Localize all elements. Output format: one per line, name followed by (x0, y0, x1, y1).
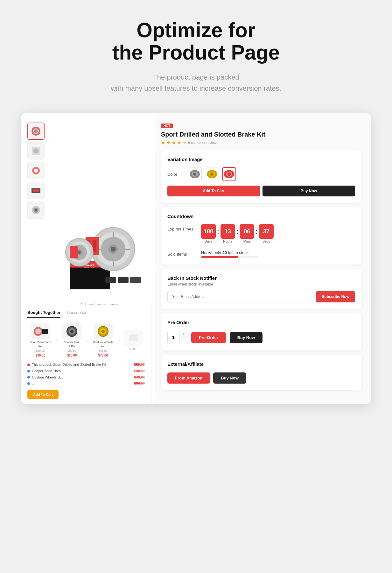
svg-rect-16 (70, 267, 110, 289)
svg-rect-56 (129, 335, 138, 341)
color-label: Color (167, 172, 183, 177)
qty-buttons: + - (179, 331, 187, 344)
affiliate-row: From Amazon Buy Now (167, 372, 355, 384)
thumbnail-4[interactable] (27, 182, 45, 199)
bundle-item-1: This product: Sport Drilled and Slotted … (27, 362, 145, 368)
star-5: ★ (183, 140, 187, 145)
thumbnail-3[interactable] (27, 162, 45, 179)
qty-control: 1 + - (167, 331, 187, 344)
qty-increment[interactable]: + (179, 331, 187, 337)
mini-product-name-4: Lug... (130, 347, 137, 351)
sold-label: Sold Items (167, 252, 196, 257)
page-wrapper: Optimize for the Product Page The produc… (0, 0, 392, 429)
qty-value: 1 (168, 332, 179, 343)
secs-unit: 37 Secs (259, 224, 274, 243)
secs-value: 37 (259, 224, 274, 239)
progress-bar (201, 256, 258, 258)
progress-fill (201, 256, 238, 258)
swatch-red[interactable] (222, 167, 236, 181)
back-in-stock-title: Back In Stock Notifier (167, 275, 355, 281)
svg-rect-35 (105, 277, 116, 283)
bundle-dot-2 (27, 370, 30, 372)
countdown-row: Expires Times 100 Days : 13 Hours : (167, 224, 355, 243)
colon-3: : (256, 228, 258, 240)
pre-order-row: 1 + - Pre-Order Buy Now (167, 331, 355, 344)
plus-1: + (55, 337, 58, 343)
thumbnail-2[interactable] (27, 142, 45, 159)
svg-rect-8 (33, 189, 39, 192)
svg-point-43 (210, 173, 214, 176)
preorder-button[interactable]: Pre-Order (191, 332, 226, 343)
swatch-gold[interactable] (205, 167, 219, 181)
countdown-card: Countdown Expires Times 100 Days : 13 Ho… (161, 207, 361, 265)
swatch-gray[interactable] (188, 167, 202, 181)
subtitle: The product page is packed with many ups… (6, 72, 386, 94)
subscribe-button[interactable]: Subscribe Now (316, 291, 355, 302)
qty-decrement[interactable]: - (179, 337, 187, 344)
tab-description[interactable]: Description (67, 310, 88, 318)
plus-3: + (118, 337, 121, 343)
color-swatches (188, 167, 236, 181)
svg-point-55 (102, 330, 105, 333)
thumbnail-5[interactable] (27, 202, 45, 219)
email-input[interactable] (167, 291, 313, 302)
variation-row: Color (167, 167, 355, 181)
bundle-dot-3 (27, 376, 30, 378)
svg-point-11 (35, 209, 37, 211)
days-label: Days (204, 239, 212, 243)
svg-point-40 (193, 173, 196, 176)
countdown-units: 100 Days : 13 Hours : 06 Mins (201, 224, 274, 243)
star-rating: ★ ★ ★ ★ ★ 9 customer reviews (161, 140, 361, 145)
mini-product-1: Sport Drilled and S... $59.95 $30.00 (27, 323, 53, 357)
variation-card: Variation Image Color (161, 150, 361, 203)
star-4: ★ (177, 140, 181, 145)
product-image: POWER EVOLUTION (52, 211, 147, 300)
svg-point-2 (34, 130, 38, 133)
hours-value: 13 (220, 224, 235, 239)
colon-2: : (236, 228, 239, 240)
add-to-cart-button[interactable]: Add To Cart (167, 186, 260, 196)
svg-point-4 (33, 148, 38, 153)
mini-product-img-2 (62, 323, 81, 339)
star-3: ★ (172, 140, 176, 145)
mini-new-price-1: $30.00 (36, 354, 46, 357)
header-section: Optimize for the Product Page The produc… (6, 19, 386, 94)
mini-new-price-3: $75.00 (98, 354, 108, 357)
mins-unit: 06 Mins (240, 224, 254, 243)
amazon-button[interactable]: From Amazon (167, 372, 210, 384)
sold-text: Hurry! only 40 left in stock (201, 250, 355, 255)
product-title: Sport Drilled and Slotted Brake Kit (161, 131, 361, 138)
mini-product-3: Custom Wheels G... $95.00 $75.00 (90, 323, 116, 357)
svg-point-25 (111, 247, 116, 251)
add-bundle-button[interactable]: Add To Cart (27, 390, 59, 399)
mins-label: Mins (243, 239, 251, 243)
sold-info: Hurry! only 40 left in stock (201, 250, 355, 258)
expires-label: Expires Times (167, 224, 196, 231)
bundle-dot-4 (27, 382, 30, 385)
sold-items-row: Sold Items Hurry! only 40 left in stock (167, 250, 355, 258)
tab-bought-together[interactable]: Bought Together (27, 310, 60, 318)
pre-order-title: Pre Order (167, 320, 355, 325)
svg-point-6 (34, 169, 38, 173)
external-title: External/Affilate (167, 361, 355, 367)
days-value: 100 (201, 224, 216, 239)
review-count: 9 customer reviews (188, 141, 218, 145)
buy-now-button[interactable]: Buy Now (262, 186, 355, 196)
product-badge: HOT (161, 124, 173, 128)
star-2: ★ (166, 140, 171, 145)
svg-point-46 (228, 173, 231, 176)
mini-old-price-2: $80.00 (67, 349, 76, 352)
bundle-summary: This product: Sport Drilled and Slotted … (27, 362, 145, 387)
plus-2: + (86, 337, 88, 343)
preorder-buynow-button[interactable]: Buy Now (230, 332, 263, 343)
thumbnail-1[interactable] (27, 123, 45, 140)
variation-title: Variation Image (167, 157, 355, 162)
external-buynow-button[interactable]: Buy Now (213, 372, 246, 384)
svg-rect-37 (130, 277, 141, 283)
colon-1: : (217, 228, 219, 240)
mini-old-price-3: $95.00 (99, 349, 108, 352)
hours-label: Hours (223, 239, 232, 243)
page-title: Optimize for the Product Page (6, 19, 386, 64)
svg-point-48 (35, 329, 41, 334)
mini-product-img-1 (31, 323, 50, 339)
